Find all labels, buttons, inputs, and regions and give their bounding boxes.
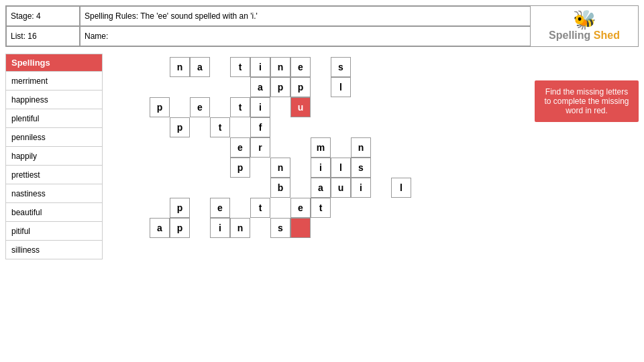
crossword-cell: s <box>331 57 351 77</box>
crossword-cell: p <box>150 97 170 117</box>
crossword-cell: p <box>170 198 190 218</box>
stage-label: Stage: 4 <box>11 11 41 21</box>
logo-cell: 🐝 Spelling Shed <box>531 6 638 46</box>
crossword-cell: i <box>311 158 331 178</box>
crossword-cell: b <box>270 178 290 198</box>
crossword-cell: n <box>230 218 250 238</box>
crossword-cell: i <box>250 97 270 117</box>
crossword-cell: i <box>250 57 270 77</box>
crossword-cell: e <box>210 198 230 218</box>
crossword-cell: t <box>250 198 270 218</box>
crossword-area: natinesapplpetiuptfermnpnilsbauilpetetap… <box>109 54 639 335</box>
spelling-item: penniless <box>5 128 103 147</box>
crossword-cell: a <box>311 178 331 198</box>
spelling-item: happiness <box>5 90 103 109</box>
logo-shed: Shed <box>594 29 620 41</box>
list-label: List: 16 <box>11 32 37 41</box>
crossword-cell: p <box>170 218 190 238</box>
crossword-cell: l <box>331 158 351 178</box>
crossword-cell <box>290 218 311 238</box>
crossword-cell: a <box>190 57 210 77</box>
crossword-cell: t <box>230 57 250 77</box>
crossword-cell: f <box>250 117 270 137</box>
crossword-cell: e <box>190 97 210 117</box>
spelling-item: beautiful <box>5 203 103 222</box>
crossword-cell: t <box>230 97 250 117</box>
spellings-panel: Spellings merrimenthappinessplentifulpen… <box>5 54 103 335</box>
crossword-cell: n <box>270 158 290 178</box>
crossword-cell: p <box>290 77 311 97</box>
crossword-cell: m <box>311 137 331 158</box>
crossword-cell: p <box>170 117 190 137</box>
bee-icon: 🐝 <box>573 11 596 29</box>
logo-spelling: Spelling <box>549 29 590 41</box>
crossword-cell: e <box>230 137 250 158</box>
spelling-rules-value: The 'ee' sound spelled with an 'i.' <box>140 11 258 21</box>
spelling-rules-cell: Spelling Rules: The 'ee' sound spelled w… <box>80 6 531 26</box>
crossword-cell: n <box>170 57 190 77</box>
spelling-rules-text: Spelling Rules: The 'ee' sound spelled w… <box>85 11 258 21</box>
spellings-header-text: Spellings <box>11 58 50 68</box>
main-content: Spellings merrimenthappinessplentifulpen… <box>5 54 639 335</box>
crossword-cell: t <box>210 117 230 137</box>
name-label: Name: <box>85 32 108 41</box>
crossword-cell: u <box>331 178 351 198</box>
crossword-cell: p <box>230 158 250 178</box>
spelling-item: prettiest <box>5 166 103 184</box>
spelling-item: silliness <box>5 241 103 259</box>
crossword-cell: e <box>290 198 311 218</box>
instruction-box: Find the missing letters to complete the… <box>535 80 639 122</box>
spelling-item: happily <box>5 147 103 166</box>
header: Stage: 4 Spelling Rules: The 'ee' sound … <box>5 5 639 47</box>
crossword-cell: a <box>250 77 270 97</box>
spelling-item: plentiful <box>5 109 103 128</box>
crossword-cell: a <box>150 218 170 238</box>
logo: 🐝 Spelling Shed <box>549 11 620 42</box>
crossword-cell: p <box>270 77 290 97</box>
crossword-cell: i <box>351 178 371 198</box>
crossword-cell: s <box>351 158 371 178</box>
spellings-list: merrimenthappinessplentifulpennilesshapp… <box>5 72 103 259</box>
crossword-cell: l <box>391 178 411 198</box>
spellings-header: Spellings <box>5 54 103 72</box>
crossword-cell: s <box>270 218 290 238</box>
spelling-item: pitiful <box>5 222 103 241</box>
crossword-cell: r <box>250 137 270 158</box>
crossword-cell: u <box>290 97 311 117</box>
crossword-cell: t <box>311 198 331 218</box>
crossword-cell: n <box>270 57 290 77</box>
spelling-rules-label: Spelling Rules: <box>85 11 138 21</box>
list-cell: List: 16 <box>6 26 80 46</box>
spelling-item: merriment <box>5 72 103 90</box>
name-cell: Name: <box>80 26 531 46</box>
crossword-grid: natinesapplpetiuptfermnpnilsbauilpetetap… <box>109 57 445 285</box>
stage-cell: Stage: 4 <box>6 6 80 26</box>
spelling-item: nastiness <box>5 184 103 203</box>
crossword-cell: e <box>290 57 311 77</box>
crossword-cell: i <box>210 218 230 238</box>
instruction-text: Find the missing letters to complete the… <box>544 87 629 115</box>
crossword-cell: l <box>331 77 351 97</box>
crossword-cell: n <box>351 137 371 158</box>
logo-text: Spelling Shed <box>549 29 620 42</box>
